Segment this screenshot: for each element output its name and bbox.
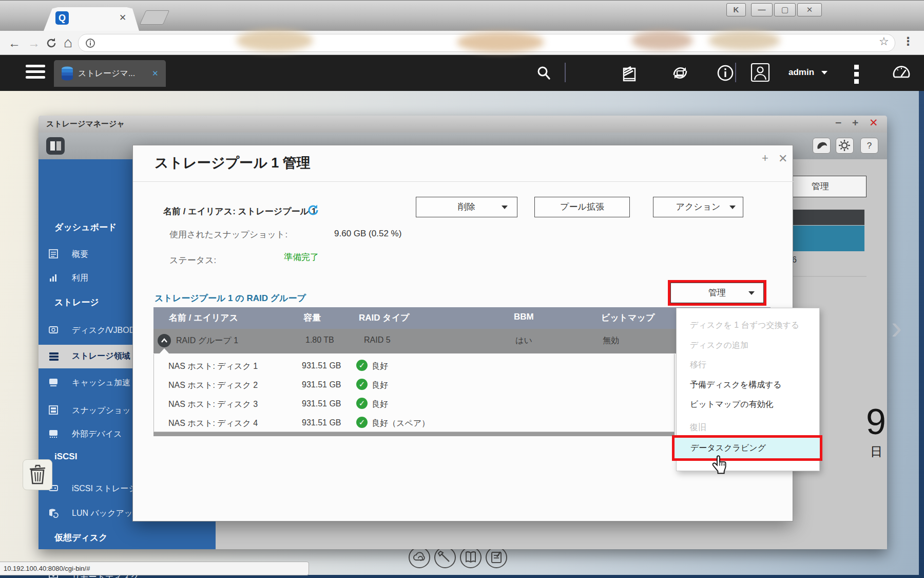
disk-row-name: NAS ホスト: ディスク 2 <box>168 380 258 391</box>
qfinder-icon[interactable] <box>813 138 831 154</box>
next-panel-arrow[interactable]: › <box>891 308 902 346</box>
usage-chart-icon <box>48 272 59 283</box>
dialog-close-icon[interactable]: ✕ <box>778 152 787 165</box>
sync-status-icon[interactable] <box>670 63 690 83</box>
status-ok-icon: ✓ <box>356 398 368 409</box>
pool-expand-button[interactable]: プール拡張 <box>534 197 630 217</box>
disk-status: 良好（スペア） <box>372 418 430 429</box>
status-ok-icon: ✓ <box>356 417 368 428</box>
dialog-title: ストレージプール 1 管理 <box>155 154 311 172</box>
status-ok-icon: ✓ <box>356 379 368 390</box>
cache-disk-icon <box>48 377 59 387</box>
window-minimize-icon[interactable]: − <box>835 117 841 129</box>
status-value: 準備完了 <box>284 251 319 263</box>
page-info-icon[interactable] <box>85 38 95 48</box>
dialog-detach-icon[interactable]: + <box>762 152 768 165</box>
browser-menu-icon[interactable]: ⋮ <box>902 35 914 48</box>
topbar-divider <box>565 63 566 82</box>
app-tab-close-icon[interactable]: ✕ <box>152 69 159 78</box>
raid-group-section-title: ストレージプール 1 の RAID グループ <box>155 292 306 304</box>
storage-space-icon <box>48 351 60 362</box>
reload-icon[interactable] <box>45 37 57 49</box>
snapshot-used-label: 使用されたスナップショット: <box>169 229 287 240</box>
cloud-dock-icon[interactable] <box>409 547 430 568</box>
window-title: ストレージマネージャ <box>46 119 125 129</box>
dialog-divider <box>133 181 794 182</box>
help-button[interactable]: ? <box>860 138 878 154</box>
search-icon[interactable] <box>536 65 551 81</box>
storage-app-icon <box>61 66 74 81</box>
notes-dock-icon[interactable] <box>486 547 507 568</box>
back-icon[interactable]: ← <box>8 36 21 50</box>
browser-status-bar: 10.192.100.40:8080/cgi-bin/# <box>0 562 309 575</box>
disk-list-panel: NAS ホスト: ディスク 1 931.51 GB ✓ 良好 NAS ホスト: … <box>153 354 675 432</box>
browser-close-button[interactable]: ✕ <box>797 3 822 16</box>
tab-close-icon[interactable]: ✕ <box>119 12 126 23</box>
disk-status: 良好 <box>372 399 388 410</box>
manage-caret-icon <box>748 291 755 295</box>
more-options-icon[interactable] <box>854 65 859 84</box>
overview-icon <box>48 249 59 259</box>
status-label: ステータス: <box>169 254 216 266</box>
forward-icon[interactable]: → <box>28 36 40 50</box>
window-close-icon[interactable]: ✕ <box>869 117 878 129</box>
notifications-info-icon[interactable] <box>716 63 735 83</box>
menu-item-add-disk[interactable]: ディスクの追加 <box>690 340 748 351</box>
disk-row-name: NAS ホスト: ディスク 4 <box>168 418 258 429</box>
disk-row-name: NAS ホスト: ディスク 3 <box>168 399 258 410</box>
browser-maximize-button[interactable]: ▢ <box>774 3 796 16</box>
sidebar-header-storage: ストレージ <box>54 296 99 308</box>
layout-panel-icon[interactable] <box>46 137 65 155</box>
date-number: 9 <box>866 401 886 442</box>
sidebar-header-virtual-disk: 仮想ディスク <box>54 532 108 544</box>
wallpaper-edge <box>919 91 924 575</box>
menu-item-data-scrubbing[interactable]: データスクラビング <box>672 435 822 461</box>
settings-gear-icon[interactable] <box>836 138 854 154</box>
pool-name-label: 名前 / エイリアス: ストレージプール 1 <box>163 206 316 217</box>
tools-dock-icon[interactable] <box>434 547 456 568</box>
manage-button-highlight: 管理 <box>668 280 766 306</box>
snapshot-icon <box>48 405 59 415</box>
menu-item-replace-disks[interactable]: ディスクを 1 台ずつ交換する <box>690 320 799 331</box>
collapse-icon[interactable] <box>158 334 171 347</box>
user-account-icon[interactable] <box>750 63 770 82</box>
dashboard-gauge-icon[interactable] <box>891 63 912 83</box>
sidebar-header-iscsi: iSCSI <box>54 452 77 462</box>
status-ok-icon: ✓ <box>356 360 368 371</box>
disk-icon <box>48 325 59 335</box>
home-icon[interactable]: ⌂ <box>64 34 72 51</box>
action-button[interactable]: アクション <box>653 197 743 217</box>
disk-status: 良好 <box>372 361 388 372</box>
disk-status: 良好 <box>372 380 388 391</box>
snapshot-used-value: 9.60 GB (0.52 %) <box>334 229 401 239</box>
sidebar-header-dashboard: ダッシュボード <box>54 221 117 233</box>
menu-item-enable-bitmap[interactable]: ビットマップの有効化 <box>690 399 774 410</box>
window-titlebar[interactable]: ストレージマネージャ <box>38 116 887 133</box>
refresh-icon[interactable] <box>306 203 320 217</box>
manual-dock-icon[interactable] <box>460 547 482 568</box>
browser-lang-button[interactable]: K <box>726 3 746 16</box>
bookmark-star-icon[interactable]: ☆ <box>879 35 889 48</box>
action-caret-icon <box>729 206 736 209</box>
menu-item-recover[interactable]: 復旧 <box>690 422 706 433</box>
delete-button[interactable]: 削除 <box>416 197 517 217</box>
window-maximize-icon[interactable]: + <box>852 117 858 129</box>
manage-button[interactable]: 管理 <box>670 283 764 303</box>
disk-row-name: NAS ホスト: ディスク 1 <box>168 361 258 372</box>
topbar-divider <box>735 63 736 82</box>
admin-menu-label[interactable]: admin <box>788 67 814 78</box>
recycle-bin-icon[interactable] <box>23 459 52 490</box>
background-tasks-icon[interactable] <box>620 64 638 82</box>
screen: Q ✕ K — ▢ ✕ ← → ⌂ ☆ ⋮ ストレージマ... ✕ admin <box>0 0 924 578</box>
menu-item-configure-spare[interactable]: 予備ディスクを構成する <box>690 380 782 390</box>
app-tab-label: ストレージマ... <box>78 68 135 79</box>
admin-caret-icon <box>821 71 827 74</box>
menu-item-migrate[interactable]: 移行 <box>690 360 706 370</box>
date-unit: 日 <box>870 443 882 460</box>
main-menu-icon[interactable] <box>26 65 45 79</box>
qnap-favicon-icon: Q <box>55 11 69 25</box>
browser-minimize-button[interactable]: — <box>751 3 773 16</box>
external-disk-icon <box>48 428 59 439</box>
lun-backup-icon <box>48 508 59 518</box>
delete-caret-icon <box>502 206 508 209</box>
